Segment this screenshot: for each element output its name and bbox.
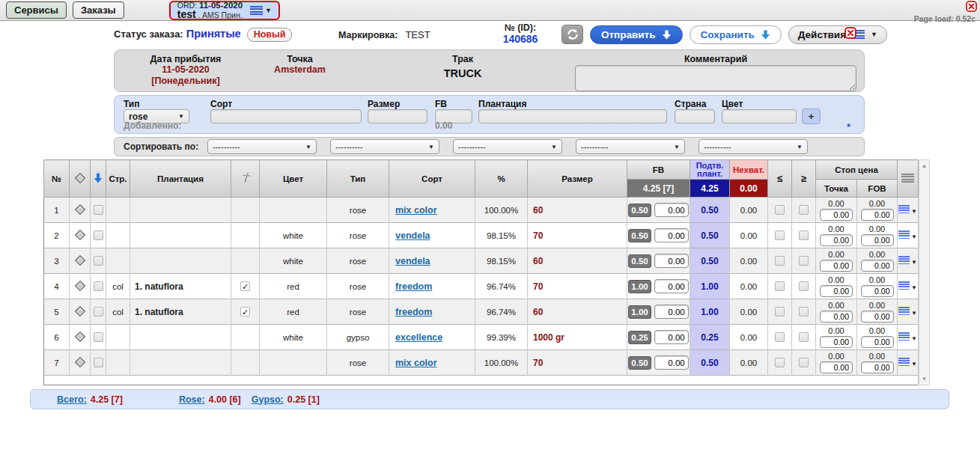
col-color[interactable]: Цвет xyxy=(260,160,327,198)
gte-checkbox[interactable] xyxy=(799,256,809,266)
filter-sort-input[interactable] xyxy=(210,109,362,123)
col-plantation[interactable]: Плантация xyxy=(130,160,231,198)
lte-checkbox[interactable] xyxy=(775,332,785,342)
stop-fob-input[interactable] xyxy=(861,209,894,221)
col-sort-direction[interactable] xyxy=(91,160,106,198)
col-gte[interactable]: ≥ xyxy=(792,160,816,198)
send-button[interactable]: Отправить xyxy=(590,25,683,44)
stop-fob-input[interactable] xyxy=(861,361,894,373)
row-menu-icon[interactable] xyxy=(898,332,910,340)
stop-point-input[interactable] xyxy=(820,260,853,272)
palm-checkbox[interactable]: ✓ xyxy=(240,281,250,291)
label-icon[interactable] xyxy=(74,305,85,316)
lte-checkbox[interactable] xyxy=(775,230,785,240)
stop-fob-input[interactable] xyxy=(861,234,894,246)
table-scrollbar[interactable]: ▲ ▼ xyxy=(919,159,930,385)
gte-checkbox[interactable] xyxy=(799,281,809,291)
stop-fob-input[interactable] xyxy=(861,260,894,272)
new-status-badge[interactable]: Новый xyxy=(247,28,293,42)
stop-fob-input[interactable] xyxy=(861,311,894,323)
stop-point-input[interactable] xyxy=(820,234,853,246)
row-select-checkbox[interactable] xyxy=(94,358,103,367)
fb-input[interactable] xyxy=(654,254,689,268)
col-sort[interactable]: Сорт xyxy=(389,160,475,198)
row-select-checkbox[interactable] xyxy=(94,332,103,342)
rose-link[interactable]: Rose: xyxy=(179,394,205,405)
filter-color-input[interactable] xyxy=(722,109,797,123)
gypso-link[interactable]: Gypso: xyxy=(252,394,284,405)
order-selector[interactable]: ORD: 11-05-2020 test . AMS Прин. ▼ xyxy=(169,1,280,20)
col-fb[interactable]: FB xyxy=(627,160,690,180)
filter-plantation-input[interactable] xyxy=(478,109,667,123)
sort-by-select-2[interactable]: ----------▼ xyxy=(330,139,439,154)
col-number[interactable]: № xyxy=(44,160,70,198)
fb-input[interactable] xyxy=(654,330,689,344)
label-icon[interactable] xyxy=(74,254,85,265)
row-menu-icon[interactable] xyxy=(898,205,910,213)
filter-size-input[interactable] xyxy=(368,109,427,123)
row-select-checkbox[interactable] xyxy=(94,256,103,266)
gte-checkbox[interactable] xyxy=(799,307,809,317)
add-position-button[interactable]: + xyxy=(802,109,821,124)
variety-link[interactable]: mix color xyxy=(395,358,437,368)
order-menu-icon[interactable] xyxy=(250,6,263,15)
row-menu-icon[interactable] xyxy=(898,358,910,366)
row-menu-icon[interactable] xyxy=(898,230,910,239)
gte-checkbox[interactable] xyxy=(799,205,809,215)
orders-button[interactable]: Заказы xyxy=(73,1,124,19)
col-shortage[interactable]: Нехват. xyxy=(730,160,768,180)
label-icon[interactable] xyxy=(74,229,85,239)
stop-point-input[interactable] xyxy=(820,361,853,373)
col-type[interactable]: Тип xyxy=(327,160,389,198)
total-link[interactable]: Всего: xyxy=(57,394,87,405)
fb-input[interactable] xyxy=(654,355,689,370)
col-label-icon[interactable] xyxy=(70,160,91,198)
sort-by-select-5[interactable]: ----------▼ xyxy=(699,139,808,154)
refresh-button[interactable] xyxy=(561,25,583,44)
col-stop-fob[interactable]: FOB xyxy=(857,180,898,198)
row-select-checkbox[interactable] xyxy=(94,230,103,240)
sort-by-select-1[interactable]: ----------▼ xyxy=(207,139,317,154)
col-size[interactable]: Размер xyxy=(528,160,627,198)
row-select-checkbox[interactable] xyxy=(94,307,103,317)
label-icon[interactable] xyxy=(74,204,85,214)
col-menu[interactable] xyxy=(898,160,919,198)
stop-fob-input[interactable] xyxy=(861,336,894,348)
lte-checkbox[interactable] xyxy=(775,358,785,367)
gte-checkbox[interactable] xyxy=(799,230,809,240)
row-menu-icon[interactable] xyxy=(898,256,910,264)
stop-fob-input[interactable] xyxy=(861,285,894,297)
fb-input[interactable] xyxy=(654,305,689,319)
variety-link[interactable]: mix color xyxy=(395,205,437,216)
variety-link[interactable]: excellence xyxy=(395,332,442,343)
row-menu-icon[interactable] xyxy=(898,281,910,290)
scroll-up-icon[interactable]: ▲ xyxy=(919,162,929,169)
fb-input[interactable] xyxy=(654,228,689,242)
palm-checkbox[interactable]: ✓ xyxy=(240,307,250,317)
variety-link[interactable]: freedom xyxy=(395,281,432,292)
lte-checkbox[interactable] xyxy=(775,307,785,317)
comment-textarea[interactable] xyxy=(575,65,856,91)
col-stop-point[interactable]: Точка xyxy=(816,180,857,198)
label-icon[interactable] xyxy=(74,280,85,290)
scroll-down-icon[interactable]: ▼ xyxy=(919,376,929,382)
save-button[interactable]: Сохранить xyxy=(690,25,782,44)
stop-point-input[interactable] xyxy=(820,209,853,221)
row-select-checkbox[interactable] xyxy=(94,281,103,291)
page-close-icon[interactable] xyxy=(966,1,977,14)
stop-point-input[interactable] xyxy=(820,336,853,348)
lte-checkbox[interactable] xyxy=(775,256,785,266)
col-confirmed[interactable]: Подтв. плант. xyxy=(690,160,730,180)
label-icon[interactable] xyxy=(74,331,85,341)
lte-checkbox[interactable] xyxy=(775,281,785,291)
stop-point-input[interactable] xyxy=(820,311,853,323)
variety-link[interactable]: vendela xyxy=(395,230,430,241)
stop-point-input[interactable] xyxy=(820,285,853,297)
sort-by-select-4[interactable]: ----------▼ xyxy=(576,139,685,154)
variety-link[interactable]: vendela xyxy=(395,256,430,266)
col-percent[interactable]: % xyxy=(475,160,528,198)
variety-link[interactable]: freedom xyxy=(395,307,432,317)
filter-country-input[interactable] xyxy=(675,109,715,123)
gte-checkbox[interactable] xyxy=(799,358,809,367)
services-button[interactable]: Сервисы xyxy=(6,1,67,19)
